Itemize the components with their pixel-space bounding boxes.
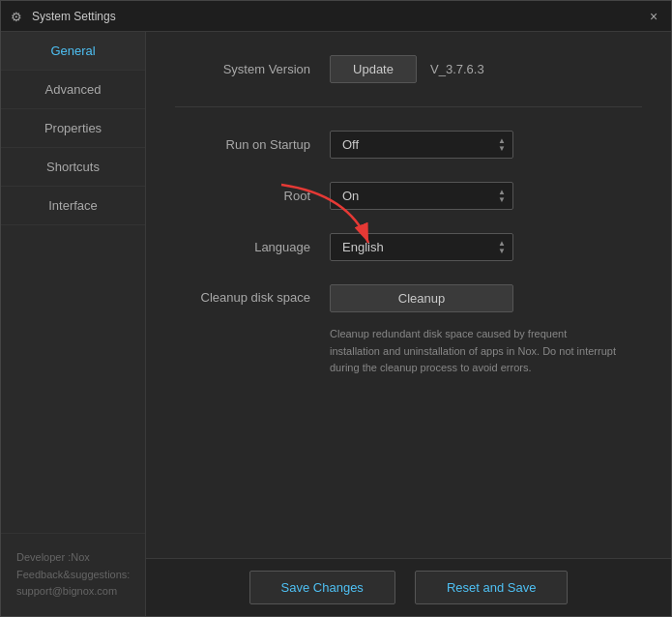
developer-label: Developer :Nox [16, 549, 130, 567]
main-body: System Version Update V_3.7.6.3 Run on S… [146, 32, 671, 558]
version-number: V_3.7.6.3 [430, 62, 484, 76]
settings-icon: ⚙ [11, 10, 24, 23]
run-on-startup-row: Run on Startup Off ▲ ▼ [175, 131, 642, 159]
language-row: Language English ▲ ▼ [175, 233, 642, 261]
cleanup-label: Cleanup disk space [175, 284, 330, 305]
title-bar: ⚙ System Settings × [1, 1, 671, 32]
language-select[interactable]: English [330, 233, 513, 261]
system-version-control: Update V_3.7.6.3 [330, 55, 484, 83]
sidebar-item-general[interactable]: General [1, 32, 145, 71]
main-panel: System Version Update V_3.7.6.3 Run on S… [146, 32, 671, 616]
cleanup-control: Cleanup Cleanup redundant disk space cau… [330, 284, 620, 377]
sidebar-item-interface[interactable]: Interface [1, 187, 145, 225]
root-row: Root On ▲ ▼ [175, 182, 642, 210]
run-on-startup-control: Off ▲ ▼ [330, 131, 513, 159]
support-email: support@bignox.com [16, 583, 130, 601]
run-on-startup-label: Run on Startup [175, 137, 330, 152]
run-on-startup-select-container: Off ▲ ▼ [330, 131, 513, 159]
run-on-startup-select[interactable]: Off [330, 131, 513, 159]
language-select-container: English ▲ ▼ [330, 233, 513, 261]
close-button[interactable]: × [646, 9, 661, 24]
sidebar-item-advanced[interactable]: Advanced [1, 71, 145, 109]
system-settings-window: ⚙ System Settings × General Advanced Pro… [0, 0, 672, 617]
sidebar-item-shortcuts[interactable]: Shortcuts [1, 148, 145, 187]
root-label: Root [175, 189, 330, 203]
sidebar-nav: General Advanced Properties Shortcuts In… [1, 32, 145, 533]
reset-and-save-button[interactable]: Reset and Save [415, 571, 569, 604]
sidebar-footer: Developer :Nox Feedback&suggestions: sup… [1, 533, 145, 616]
footer: Save Changes Reset and Save [146, 558, 671, 616]
cleanup-description: Cleanup redundant disk space caused by f… [330, 326, 620, 377]
cleanup-button[interactable]: Cleanup [330, 284, 513, 312]
system-version-row: System Version Update V_3.7.6.3 [175, 55, 642, 83]
root-control: On ▲ ▼ [330, 182, 513, 210]
divider-1 [175, 106, 642, 107]
language-label: Language [175, 240, 330, 254]
save-changes-button[interactable]: Save Changes [249, 571, 395, 604]
cleanup-row: Cleanup disk space Cleanup Cleanup redun… [175, 284, 642, 377]
system-version-label: System Version [175, 62, 330, 76]
root-select[interactable]: On [330, 182, 513, 210]
root-select-container: On ▲ ▼ [330, 182, 513, 210]
sidebar: General Advanced Properties Shortcuts In… [1, 32, 146, 616]
sidebar-item-properties[interactable]: Properties [1, 109, 145, 148]
language-control: English ▲ ▼ [330, 233, 513, 261]
content-area: General Advanced Properties Shortcuts In… [1, 32, 671, 616]
window-title: System Settings [32, 10, 646, 23]
update-button[interactable]: Update [330, 55, 417, 83]
feedback-label: Feedback&suggestions: [16, 567, 130, 584]
